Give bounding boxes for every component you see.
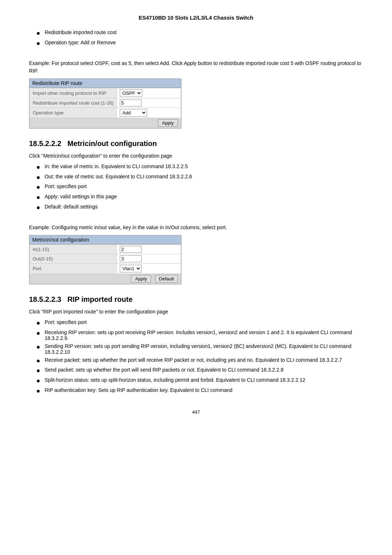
rip-row-optype: Operation type Add Remove — [30, 108, 181, 118]
rip-value-optype: Add Remove — [117, 108, 181, 118]
s223-bullet-3: ● Sending RIP version: sets up port send… — [36, 343, 363, 355]
metric-apply-button[interactable]: Apply — [131, 275, 151, 283]
section223-heading: 18.5.2.2.3 RIP imported route — [29, 295, 363, 304]
metric-table-wrapper: In(1-15) Out(0-15) Port Vlan1 — [29, 244, 181, 284]
metric-label-port: Port — [30, 264, 117, 274]
metric-in-input[interactable] — [120, 246, 142, 253]
s222-bullet-5: ● Default: default settings — [36, 204, 363, 212]
rip-apply-cell: Apply — [30, 118, 181, 128]
rip-row-protocol: Import other routing protocol to RIP OSP… — [30, 88, 181, 98]
section223-intro: Click "RIP port imported route" to enter… — [29, 308, 363, 316]
metric-row-in: In(1-15) — [30, 245, 181, 254]
section222-intro: Click "Metricin/out configuration" to en… — [29, 152, 363, 160]
metric-apply-cell: Apply Default — [30, 274, 181, 284]
bullet-dot-1: ● — [36, 29, 40, 37]
metric-out-input[interactable] — [120, 255, 142, 262]
rip-optype-select[interactable]: Add Remove — [120, 109, 147, 117]
rip-apply-button[interactable]: Apply — [158, 119, 178, 127]
footer-page-number: 447 — [29, 409, 363, 415]
metric-port-select[interactable]: Vlan1 — [120, 265, 142, 272]
bullet-item-2: ● Operation type: Add or Remove — [36, 40, 363, 48]
s222-bullet-3: ● Port: specifies port — [36, 183, 363, 191]
metric-apply-row: Apply Default — [30, 274, 181, 284]
metric-row-out: Out(0-15) — [30, 254, 181, 264]
rip-table: Import other routing protocol to RIP OSP… — [29, 88, 181, 128]
s223-bullet-6: ● Split-horizon status: sets up split-ho… — [36, 377, 363, 385]
rip-row-cost: Redistribute imported route cost (1-16) — [30, 98, 181, 108]
rip-protocol-select[interactable]: OSPF — [120, 89, 142, 97]
section223-bullet-list: ● Port: specifies port ● Receiving RIP v… — [36, 319, 363, 395]
bullet-dot-2: ● — [36, 40, 40, 48]
example1-text: Example: For protocol select OSPF, cost … — [29, 60, 363, 75]
s223-bullet-7: ● RIP authentication key: Sets up RIP au… — [36, 387, 363, 395]
s223-bullet-4: ● Receive packet: sets up whether the po… — [36, 357, 363, 365]
metric-table-caption: Metricin/out configuration — [29, 235, 181, 244]
s223-bullet-5: ● Send packet: sets up whether the port … — [36, 367, 363, 375]
metric-table: In(1-15) Out(0-15) Port Vlan1 — [29, 244, 181, 284]
metric-default-button[interactable]: Default — [155, 275, 178, 283]
metric-value-out — [117, 254, 181, 264]
rip-apply-row: Apply — [30, 118, 181, 128]
s223-bullet-1: ● Port: specifies port — [36, 319, 363, 327]
metric-value-in — [117, 245, 181, 254]
s222-bullet-2: ● Out: the vale of metric out. Equivalen… — [36, 174, 363, 182]
rip-cost-input[interactable] — [120, 100, 142, 106]
rip-value-cost — [117, 98, 181, 108]
metric-row-port: Port Vlan1 — [30, 264, 181, 274]
section222-bullet-list: ● In: the value of metric in. Equivalent… — [36, 163, 363, 211]
rip-table-caption: Redistribute RIP route — [29, 78, 181, 88]
rip-label-optype: Operation type — [30, 108, 117, 118]
rip-label-protocol: Import other routing protocol to RIP — [30, 88, 117, 98]
page-header: ES4710BD 10 Slots L2/L3/L4 Chassis Switc… — [29, 15, 363, 21]
section222-heading: 18.5.2.2.2 Metricin/out configuration — [29, 139, 363, 148]
metric-label-out: Out(0-15) — [30, 254, 117, 264]
rip-table-wrapper: Import other routing protocol to RIP OSP… — [29, 88, 181, 129]
metric-label-in: In(1-15) — [30, 245, 117, 254]
s222-bullet-1: ● In: the value of metric in. Equivalent… — [36, 163, 363, 171]
metric-value-port: Vlan1 — [117, 264, 181, 274]
bullet-item-1: ● Redistribute imported route cost — [36, 29, 363, 37]
rip-value-protocol: OSPF — [117, 88, 181, 98]
s222-bullet-4: ● Apply: valid settings in this page — [36, 194, 363, 202]
intro-bullet-list: ● Redistribute imported route cost ● Ope… — [36, 29, 363, 47]
s223-bullet-2: ● Receiving RIP version: sets up port re… — [36, 329, 363, 341]
rip-label-cost: Redistribute imported route cost (1-16) — [30, 98, 117, 108]
section222-example-text: Example: Configuring metric in/out value… — [29, 224, 363, 231]
